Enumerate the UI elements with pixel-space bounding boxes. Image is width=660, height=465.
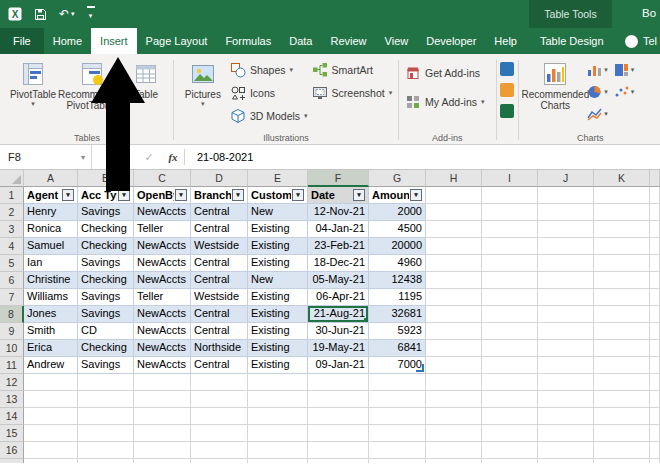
cell-I14[interactable] [482,408,538,425]
cell-H12[interactable] [426,374,482,391]
undo-button[interactable]: ↶▾ [59,7,75,21]
cell-K12[interactable] [594,374,650,391]
col-header-B[interactable]: B [78,170,134,187]
filter-button[interactable]: ▾ [353,189,365,201]
cell-B2[interactable]: Savings [78,204,134,221]
cell-E9[interactable]: Existing [248,323,308,340]
cell-J13[interactable] [538,391,594,408]
icons-button[interactable]: Icons [228,83,310,102]
cell-H6[interactable] [426,272,482,289]
tab-home[interactable]: Home [44,28,91,54]
cell-K13[interactable] [594,391,650,408]
col-header-E[interactable]: E [248,170,308,187]
cell-E12[interactable] [248,374,308,391]
cell-C6[interactable]: NewAccts [134,272,191,289]
row-header-1[interactable]: 1 [0,187,24,204]
cell-D8[interactable]: Central [191,306,248,323]
cell-B14[interactable] [78,408,134,425]
cell-D4[interactable]: Westside [191,238,248,255]
enter-icon[interactable]: ✓ [138,151,160,164]
row-header-4[interactable]: 4 [0,238,24,255]
cell-I12[interactable] [482,374,538,391]
cell-D17[interactable] [191,459,248,463]
cell-J2[interactable] [538,204,594,221]
cell-J15[interactable] [538,425,594,442]
cell-A9[interactable]: Smith [24,323,78,340]
cell-J5[interactable] [538,255,594,272]
col-header-K[interactable]: K [594,170,650,187]
cell-H10[interactable] [426,340,482,357]
cell-C13[interactable] [134,391,191,408]
tab-view[interactable]: View [376,28,418,54]
cell-D10[interactable]: Northside [191,340,248,357]
col-header-J[interactable]: J [538,170,594,187]
cell-K6[interactable] [594,272,650,289]
cell-G3[interactable]: 4500 [369,221,426,238]
cell-G6[interactable]: 12438 [369,272,426,289]
cell-C10[interactable]: NewAccts [134,340,191,357]
green-addin-icon[interactable] [500,104,514,118]
cell-I17[interactable] [482,459,538,463]
cell-A1[interactable]: Agent▾ [24,187,78,204]
col-header-D[interactable]: D [191,170,248,187]
name-box[interactable]: F8 ▾ [0,145,92,169]
customize-quick-access-button[interactable]: ▾ [87,6,95,23]
cell-E4[interactable]: Existing [248,238,308,255]
cell-H11[interactable] [426,357,482,374]
cell-G4[interactable]: 20000 [369,238,426,255]
cell-C8[interactable]: NewAccts [134,306,191,323]
cell-B1[interactable]: Acc Typ▾ [78,187,134,204]
cell-E5[interactable]: Existing [248,255,308,272]
tab-page-layout[interactable]: Page Layout [137,28,217,54]
cell-A7[interactable]: Williams [24,289,78,306]
cell-B7[interactable]: Savings [78,289,134,306]
cell-J17[interactable] [538,459,594,463]
cell-F8[interactable]: 21-Aug-21 [308,306,369,323]
cell-D14[interactable] [191,408,248,425]
filter-button[interactable]: ▾ [232,189,244,201]
row-header-11[interactable]: 11 [0,357,24,374]
cell-D13[interactable] [191,391,248,408]
cell-B13[interactable] [78,391,134,408]
cell-I7[interactable] [482,289,538,306]
cell-J10[interactable] [538,340,594,357]
cell-K3[interactable] [594,221,650,238]
cell-A11[interactable]: Andrew [24,357,78,374]
cell-I16[interactable] [482,442,538,459]
cell-J16[interactable] [538,442,594,459]
tab-file[interactable]: File [0,28,44,54]
cell-E16[interactable] [248,442,308,459]
cell-I6[interactable] [482,272,538,289]
cell-C9[interactable]: NewAccts [134,323,191,340]
cell-D7[interactable]: Westside [191,289,248,306]
cell-I8[interactable] [482,306,538,323]
cell-B6[interactable]: Checking [78,272,134,289]
cell-I15[interactable] [482,425,538,442]
cell-F13[interactable] [308,391,369,408]
shapes-button[interactable]: Shapes ▾ [228,60,310,79]
cell-E15[interactable] [248,425,308,442]
cell-J6[interactable] [538,272,594,289]
cell-C14[interactable] [134,408,191,425]
cell-F7[interactable]: 06-Apr-21 [308,289,369,306]
cell-E14[interactable] [248,408,308,425]
orange-addin-icon[interactable] [500,83,514,97]
cell-B16[interactable] [78,442,134,459]
row-header-2[interactable]: 2 [0,204,24,221]
cell-H7[interactable] [426,289,482,306]
cell-F12[interactable] [308,374,369,391]
cell-G2[interactable]: 2000 [369,204,426,221]
cell-H3[interactable] [426,221,482,238]
cell-A4[interactable]: Samuel [24,238,78,255]
cell-J7[interactable] [538,289,594,306]
cell-F10[interactable]: 19-May-21 [308,340,369,357]
scatter-chart-button[interactable]: ▾ [614,83,635,100]
cell-D16[interactable] [191,442,248,459]
cell-D15[interactable] [191,425,248,442]
cell-K15[interactable] [594,425,650,442]
cell-J11[interactable] [538,357,594,374]
recommended-pivottables-button[interactable]: Recommended PivotTables [61,57,123,111]
cell-A12[interactable] [24,374,78,391]
cell-E2[interactable]: New [248,204,308,221]
cell-K4[interactable] [594,238,650,255]
